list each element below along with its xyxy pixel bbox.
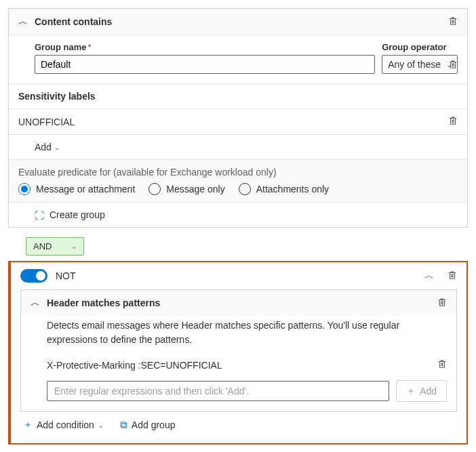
header-matches-title: Header matches patterns (47, 297, 437, 308)
not-actions: ＋ Add condition ⌄ ⧉ Add group (20, 412, 457, 434)
not-toggle[interactable] (20, 269, 47, 283)
group-name-label: Group name* (35, 42, 375, 52)
radio-icon (239, 183, 251, 195)
add-group-button[interactable]: ⧉ Add group (120, 419, 176, 431)
group-name-input[interactable] (35, 55, 375, 74)
add-pattern-label: Add (420, 386, 437, 396)
delete-header-matches-icon[interactable] (437, 297, 447, 309)
plus-icon: ＋ (23, 419, 33, 431)
predicate-radio-group: Message or attachment Message only Attac… (18, 183, 458, 195)
pattern-input[interactable] (47, 381, 389, 401)
boolean-connector-pill[interactable]: AND ⌄ (26, 237, 84, 255)
group-config-row: Group name* Group operator Any of these … (9, 35, 467, 83)
predicate-hint: Evaluate predicate for (available for Ex… (18, 167, 458, 178)
create-group-row: ⛶ Create group (9, 202, 467, 227)
not-header: NOT ︿ (20, 269, 457, 283)
group-operator-field: Group operator Any of these ⌄ (382, 42, 458, 74)
sensitivity-label-row: UNOFFICIAL (9, 108, 467, 134)
delete-not-icon[interactable] (448, 270, 457, 282)
create-group-icon: ⛶ (35, 210, 44, 221)
add-sensitivity-label: Add (35, 142, 52, 152)
add-pattern-row: ＋ Add (21, 375, 456, 411)
collapse-icon[interactable]: ︿ (31, 297, 40, 309)
radio-icon (148, 183, 161, 195)
radio-label: Message only (166, 184, 224, 194)
add-condition-label: Add condition (37, 419, 94, 430)
chevron-down-icon: ⌄ (98, 422, 104, 429)
sensitivity-labels-header: Sensitivity labels (9, 83, 467, 108)
radio-message-or-attachment[interactable]: Message or attachment (18, 183, 135, 195)
add-sensitivity-button[interactable]: Add ⌄ (35, 142, 60, 152)
radio-icon (18, 183, 31, 195)
add-sensitivity-row: Add ⌄ (9, 134, 467, 159)
content-contains-card: ︿ Content contains Group name* Group ope… (8, 8, 468, 228)
group-operator-value: Any of these (388, 59, 441, 70)
create-group-button[interactable]: Create group (49, 209, 105, 220)
group-operator-label: Group operator (382, 42, 458, 52)
add-condition-button[interactable]: ＋ Add condition ⌄ (23, 419, 104, 431)
content-contains-header: ︿ Content contains (9, 9, 467, 35)
sensitivity-label-value: UNOFFICIAL (18, 117, 448, 127)
predicate-section: Evaluate predicate for (available for Ex… (9, 159, 467, 202)
delete-group-icon[interactable] (448, 60, 458, 71)
boolean-connector-row: AND ⌄ (8, 232, 468, 261)
not-container: NOT ︿ ︿ Header matches patterns Detects … (8, 261, 468, 445)
chevron-down-icon: ⌄ (71, 243, 77, 250)
radio-label: Message or attachment (36, 184, 135, 194)
pattern-value: X-Protective-Marking :SEC=UNOFFICIAL (31, 360, 437, 371)
delete-pattern-icon[interactable] (437, 359, 447, 371)
radio-attachments-only[interactable]: Attachments only (239, 183, 329, 195)
group-icon: ⧉ (120, 419, 127, 431)
collapse-icon[interactable]: ︿ (18, 16, 28, 28)
header-matches-card: ︿ Header matches patterns Detects email … (20, 289, 457, 412)
plus-icon: ＋ (406, 385, 416, 397)
group-name-field: Group name* (35, 42, 375, 74)
delete-content-contains-icon[interactable] (448, 16, 458, 28)
chevron-down-icon: ⌄ (54, 144, 60, 151)
radio-label: Attachments only (256, 184, 329, 194)
header-matches-header: ︿ Header matches patterns (21, 290, 456, 316)
collapse-icon[interactable]: ︿ (424, 270, 434, 282)
add-group-label: Add group (132, 419, 176, 430)
content-contains-title: Content contains (35, 16, 448, 27)
boolean-connector-label: AND (33, 241, 52, 251)
add-pattern-button[interactable]: ＋ Add (396, 380, 447, 402)
radio-message-only[interactable]: Message only (148, 183, 224, 195)
group-operator-select[interactable]: Any of these ⌄ (382, 55, 458, 74)
header-matches-description: Detects email messages where Header matc… (21, 316, 456, 355)
pattern-row: X-Protective-Marking :SEC=UNOFFICIAL (21, 355, 456, 375)
not-label: NOT (56, 270, 416, 281)
delete-sensitivity-label-icon[interactable] (448, 116, 458, 127)
